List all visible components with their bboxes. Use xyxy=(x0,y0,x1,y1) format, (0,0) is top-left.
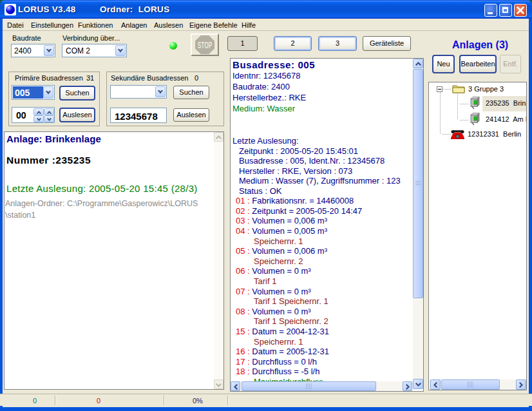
svg-text:STOP: STOP xyxy=(198,41,212,51)
